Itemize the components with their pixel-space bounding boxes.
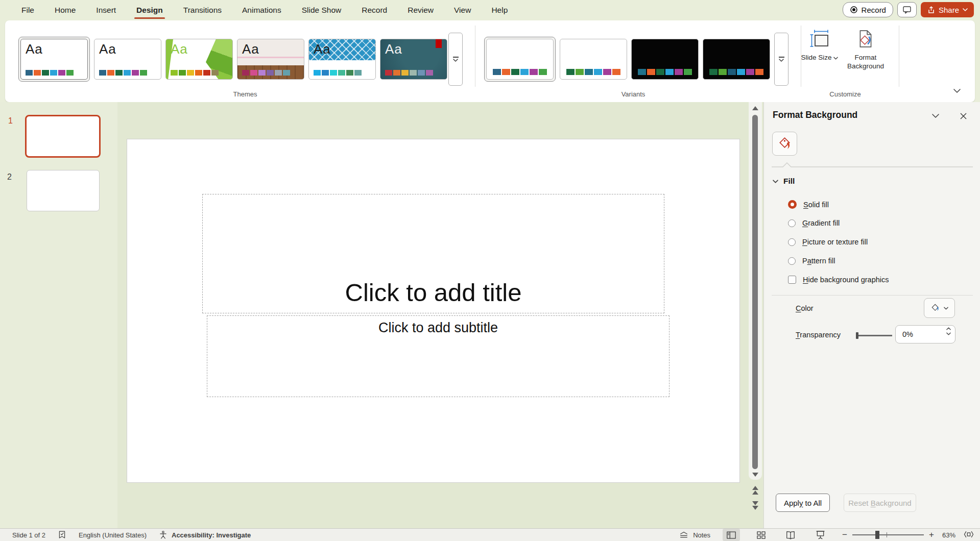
theme-color-swatches	[171, 70, 219, 76]
chevron-down-icon	[963, 8, 968, 11]
variant-item[interactable]	[703, 39, 770, 80]
powerpoint-window: File Home Insert Design Transitions Anim…	[0, 0, 980, 541]
zoom-slider-handle[interactable]	[875, 531, 879, 539]
slide-2-thumbnail[interactable]	[27, 170, 100, 211]
transparency-input[interactable]: 0%	[895, 325, 955, 343]
format-background-icon	[856, 30, 875, 48]
tab-record[interactable]: Record	[351, 1, 397, 20]
tab-home[interactable]: Home	[44, 1, 86, 20]
slide-size-button[interactable]: Slide Size	[798, 30, 842, 92]
slideshow-icon	[816, 530, 825, 539]
spin-down-icon[interactable]	[946, 332, 951, 335]
slide-sorter-view-button[interactable]	[752, 529, 770, 541]
slide-2-number: 2	[7, 173, 12, 182]
themes-group-label: Themes	[158, 90, 332, 98]
solid-fill-option[interactable]: Solid fill	[788, 200, 829, 209]
pane-close-button[interactable]	[958, 110, 969, 121]
zoom-slider[interactable]	[852, 534, 924, 535]
themes-gallery: Aa Aa Aa Aa Aa Aa	[18, 37, 447, 82]
slider-handle[interactable]	[856, 332, 858, 339]
theme-letter: Aa	[99, 41, 116, 57]
gradient-fill-option[interactable]: Gradient fill	[788, 219, 840, 227]
tab-help[interactable]: Help	[481, 1, 518, 20]
fit-to-window-icon	[964, 530, 974, 539]
vertical-scrollbar[interactable]	[749, 102, 762, 528]
tab-file[interactable]: File	[11, 1, 44, 20]
tab-transitions[interactable]: Transitions	[173, 1, 232, 20]
zoom-in-button[interactable]: +	[929, 530, 934, 540]
themes-more-button[interactable]	[448, 33, 463, 86]
theme-color-swatches	[26, 70, 74, 76]
fit-slide-to-window-button[interactable]	[964, 530, 974, 540]
picture-fill-option[interactable]: Picture or texture fill	[788, 238, 868, 246]
tab-animations[interactable]: Animations	[232, 1, 292, 20]
subtitle-placeholder[interactable]: Click to add subtitle	[207, 315, 670, 397]
theme-item[interactable]: Aa	[308, 39, 376, 80]
theme-item[interactable]: Aa	[380, 39, 447, 80]
tab-review[interactable]: Review	[397, 1, 444, 20]
variant-item[interactable]	[631, 39, 699, 80]
notes-label: Notes	[693, 531, 710, 539]
tab-slide-show[interactable]: Slide Show	[292, 1, 352, 20]
slide-1-thumbnail[interactable]	[25, 115, 101, 158]
comment-icon	[902, 6, 912, 14]
share-button[interactable]: Share	[921, 2, 974, 17]
slideshow-view-button[interactable]	[811, 529, 829, 541]
theme-item[interactable]: Aa	[165, 39, 233, 80]
slide-indicator[interactable]: Slide 1 of 2	[12, 531, 45, 539]
next-slide-button[interactable]	[752, 501, 758, 510]
scroll-down-arrow[interactable]	[752, 473, 758, 477]
subtitle-placeholder-text: Click to add subtitle	[378, 320, 498, 336]
accessibility-status[interactable]: Accessibility: Investigate	[159, 530, 251, 539]
variant-item-selected[interactable]	[484, 37, 556, 82]
tab-insert[interactable]: Insert	[86, 1, 126, 20]
reading-view-button[interactable]	[782, 529, 799, 541]
slide-1-number: 1	[8, 116, 13, 126]
comments-button[interactable]	[897, 2, 917, 17]
chevron-down-icon	[453, 59, 458, 62]
pattern-fill-option[interactable]: Pattern fill	[788, 257, 835, 265]
solid-fill-label: Solid fill	[803, 201, 829, 209]
fill-section-header[interactable]: Fill	[773, 177, 795, 186]
reading-view-icon	[785, 531, 796, 539]
theme-item[interactable]: Aa	[237, 39, 304, 80]
collapse-ribbon-button[interactable]	[950, 86, 964, 96]
spin-up-icon[interactable]	[946, 327, 951, 330]
spell-check-icon[interactable]	[58, 530, 66, 539]
theme-item[interactable]: Aa	[94, 39, 161, 80]
previous-slide-button[interactable]	[752, 486, 758, 495]
reset-background-button[interactable]: Reset Background	[844, 494, 916, 512]
normal-view-button[interactable]	[723, 529, 740, 541]
group-divider	[899, 26, 899, 87]
scroll-up-arrow[interactable]	[752, 106, 758, 110]
title-placeholder[interactable]: Click to add title	[202, 194, 664, 313]
variant-item[interactable]	[560, 39, 627, 80]
variants-more-button[interactable]	[774, 33, 788, 86]
format-background-label: Format Background	[844, 53, 888, 70]
hide-background-graphics-option[interactable]: Hide background graphics	[788, 276, 889, 284]
notes-toggle[interactable]: Notes	[679, 531, 710, 539]
slide-editor[interactable]: Click to add title Click to add subtitle	[127, 139, 740, 483]
slide-size-icon	[810, 30, 829, 48]
theme-item-selected[interactable]: Aa	[18, 37, 90, 82]
apply-to-all-button[interactable]: Apply to All	[776, 494, 830, 512]
tab-design[interactable]: Design	[126, 1, 173, 20]
transparency-slider[interactable]	[856, 335, 892, 336]
scrollbar-thumb[interactable]	[752, 115, 758, 469]
radio-icon	[788, 238, 796, 246]
fill-tab-button[interactable]	[772, 132, 797, 156]
language-indicator[interactable]: English (United States)	[79, 531, 147, 539]
zoom-out-button[interactable]: −	[842, 530, 847, 540]
transparency-value: 0%	[902, 330, 913, 338]
pane-collapse-button[interactable]	[930, 110, 941, 121]
zoom-level[interactable]: 63%	[942, 531, 955, 539]
radio-selected-icon	[788, 200, 797, 209]
record-button[interactable]: Record	[843, 2, 893, 17]
theme-letter: Aa	[314, 41, 331, 57]
menu-bar: File Home Insert Design Transitions Anim…	[11, 1, 518, 20]
gradient-fill-label: Gradient fill	[802, 219, 840, 227]
notes-icon	[679, 531, 689, 539]
format-background-button[interactable]: Format Background	[844, 30, 888, 92]
tab-view[interactable]: View	[444, 1, 481, 20]
color-picker-button[interactable]	[924, 298, 955, 318]
